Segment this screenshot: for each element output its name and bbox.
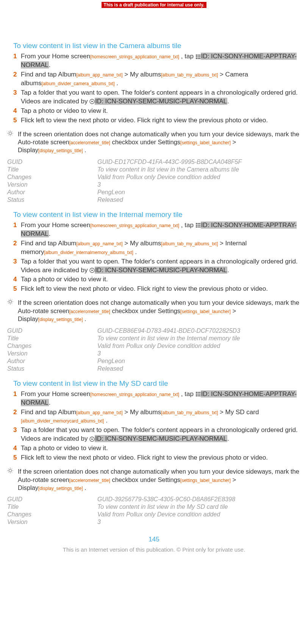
step-item: 2 Find and tap Album[album_app_name_txt]… <box>13 70 302 88</box>
svg-line-37 <box>12 303 12 304</box>
svg-rect-21 <box>197 223 199 224</box>
step-number: 2 <box>13 239 21 257</box>
section-title: To view content in list view in the Inte… <box>13 211 302 219</box>
step-body: From your Home screen[homescreen_strings… <box>21 390 302 407</box>
svg-line-17 <box>12 134 12 135</box>
step-number: 5 <box>13 454 21 462</box>
step-item: 1 From your Home screen[homescreen_strin… <box>13 390 302 407</box>
svg-line-39 <box>12 300 12 300</box>
svg-line-56 <box>8 469 9 469</box>
steps-list: 1 From your Home screen[homescreen_strin… <box>13 52 302 125</box>
meta-table: GUIDGUID-ED17CFDD-41FA-443C-9995-B8DCAA0… <box>6 158 302 204</box>
id-badge: ID: ICN-SONY-SEMC-MUSIC-PLAY-NORMAL <box>95 435 227 442</box>
step-number: 4 <box>13 275 21 284</box>
step-number: 1 <box>13 221 21 239</box>
apps-grid-icon <box>195 223 201 228</box>
step-number: 5 <box>13 116 21 125</box>
step-item: 4Tap a photo or video to view it. <box>13 444 302 453</box>
step-number: 2 <box>13 408 21 426</box>
apps-grid-icon <box>195 54 201 59</box>
lightbulb-icon <box>6 299 18 323</box>
step-number: 4 <box>13 107 21 115</box>
step-item: 3 Tap a folder that you want to open. Th… <box>13 89 302 106</box>
lightbulb-icon <box>6 130 18 154</box>
play-circle-icon <box>89 99 95 104</box>
svg-point-51 <box>9 469 12 472</box>
step-number: 4 <box>13 444 21 453</box>
step-number: 1 <box>13 390 21 407</box>
svg-rect-4 <box>197 56 199 57</box>
footer-note: This is an Internet version of this publ… <box>6 546 302 557</box>
svg-rect-5 <box>199 56 200 57</box>
svg-rect-25 <box>199 225 200 226</box>
step-body: Tap a folder that you want to open. The … <box>21 257 302 275</box>
play-circle-icon <box>89 437 95 442</box>
tip-row: If the screen orientation does not chang… <box>6 299 302 323</box>
tip-row: If the screen orientation does not chang… <box>6 468 302 492</box>
svg-line-16 <box>8 131 9 131</box>
id-badge: ID: ICN-SONY-SEMC-MUSIC-PLAY-NORMAL <box>95 267 227 274</box>
id-badge: ID: ICN-SONY-SEMC-MUSIC-PLAY-NORMAL <box>95 98 227 105</box>
apps-grid-icon <box>195 391 201 397</box>
table-row: AuthorPengLeon <box>6 189 302 196</box>
svg-rect-7 <box>197 58 199 59</box>
svg-rect-3 <box>196 56 197 57</box>
svg-rect-42 <box>199 392 200 393</box>
step-body: Tap a photo or video to view it. <box>21 444 302 453</box>
step-number: 3 <box>13 89 21 106</box>
table-row: StatusReleased <box>6 196 302 204</box>
step-body: From your Home screen[homescreen_strings… <box>21 52 302 70</box>
step-item: 4Tap a photo or video to view it. <box>13 275 302 284</box>
step-number: 3 <box>13 257 21 275</box>
step-item: 5Flick left to view the next photo or vi… <box>13 116 302 125</box>
step-body: Tap a photo or video to view it. <box>21 107 302 115</box>
section-title: To view content in list view in the Came… <box>13 42 302 50</box>
table-row: ChangesValid from Pollux only Device con… <box>6 173 302 181</box>
svg-rect-0 <box>196 55 197 56</box>
svg-rect-47 <box>197 395 199 396</box>
step-body: From your Home screen[homescreen_strings… <box>21 221 302 239</box>
step-body: Tap a folder that you want to open. The … <box>21 426 302 443</box>
table-row: GUIDGUID-CEB86E94-D783-4941-BDE0-DCF7022… <box>6 327 302 335</box>
tip-body: If the screen orientation does not chang… <box>18 130 302 154</box>
step-item: 1 From your Home screen[homescreen_strin… <box>13 52 302 70</box>
page-content: To view content in list view in the Came… <box>0 8 308 557</box>
table-row: AuthorPengLeon <box>6 357 302 365</box>
svg-marker-10 <box>92 101 94 103</box>
svg-line-59 <box>12 469 12 469</box>
svg-rect-8 <box>199 58 200 59</box>
step-number: 2 <box>13 70 21 88</box>
table-row: GUIDGUID-ED17CFDD-41FA-443C-9995-B8DCAA0… <box>6 158 302 166</box>
svg-rect-45 <box>199 394 200 395</box>
step-item: 1 From your Home screen[homescreen_strin… <box>13 221 302 239</box>
svg-rect-46 <box>196 395 197 396</box>
svg-line-58 <box>8 472 9 472</box>
svg-line-19 <box>12 131 12 131</box>
meta-table: GUIDGUID-CEB86E94-D783-4941-BDE0-DCF7022… <box>6 327 302 373</box>
svg-rect-40 <box>196 392 197 393</box>
step-body: Find and tap Album[album_app_name_txt] >… <box>21 408 302 426</box>
svg-rect-1 <box>197 55 199 56</box>
svg-rect-23 <box>196 225 197 226</box>
svg-rect-44 <box>197 394 199 395</box>
svg-rect-27 <box>197 226 199 228</box>
table-row: TitleTo view content in list view in the… <box>6 166 302 173</box>
step-body: Flick left to view the next photo or vid… <box>21 454 302 462</box>
table-row: TitleTo view content in list view in the… <box>6 503 302 511</box>
svg-line-18 <box>8 134 9 135</box>
table-row: Version3 <box>6 181 302 189</box>
svg-marker-50 <box>92 438 94 440</box>
step-body: Flick left to view the next photo or vid… <box>21 116 302 125</box>
svg-marker-30 <box>92 270 94 271</box>
svg-rect-2 <box>199 55 200 56</box>
svg-rect-41 <box>197 392 199 393</box>
steps-list: 1 From your Home screen[homescreen_strin… <box>13 390 302 463</box>
step-body: Tap a photo or video to view it. <box>21 275 302 284</box>
tip-row: If the screen orientation does not chang… <box>6 130 302 154</box>
svg-point-31 <box>9 301 12 303</box>
table-row: TitleTo view content in list view in the… <box>6 335 302 342</box>
page-number: 145 <box>6 536 302 543</box>
section-title: To view content in list view in the My S… <box>13 379 302 388</box>
svg-line-38 <box>8 303 9 304</box>
step-body: Tap a folder that you want to open. The … <box>21 89 302 106</box>
